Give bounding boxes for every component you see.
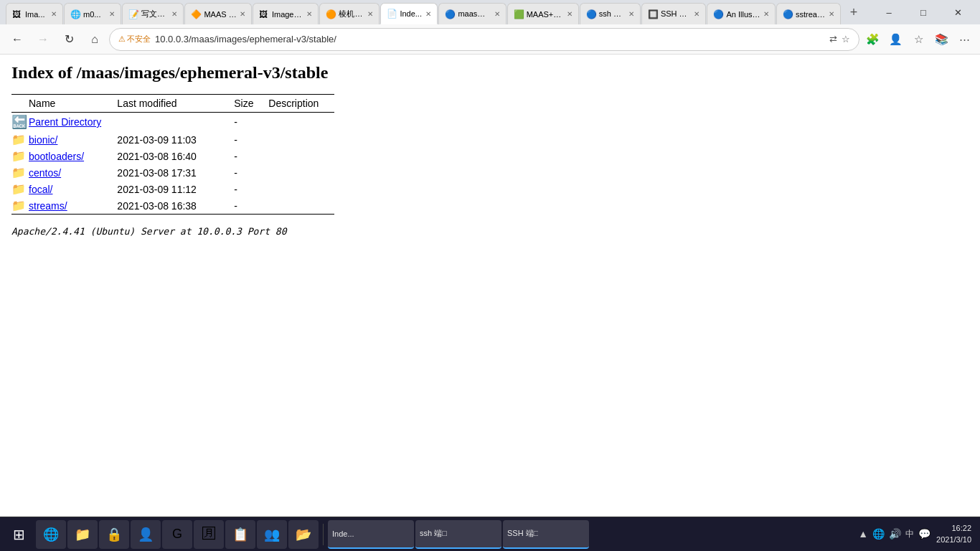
tab-favicon: 🔶 [191, 9, 201, 19]
modified-sort-link[interactable]: Last modified [117, 98, 176, 109]
table-row: 📁 centos/ 2021-03-08 17:31 - [11, 164, 334, 181]
browser-tab-t4[interactable]: 🔶MAAS |...✕ [184, 3, 251, 24]
table-row: 📁 bootloaders/ 2021-03-08 16:40 - [11, 148, 334, 164]
forward-button[interactable]: → [32, 28, 55, 51]
taskbar-running-tab[interactable]: Inde... [328, 520, 414, 549]
browser-tab-t8[interactable]: 🔵maas本...✕ [438, 3, 506, 24]
minimize-button[interactable]: – [872, 0, 905, 24]
tab-favicon: 🖼 [259, 9, 269, 19]
tab-close-icon[interactable]: ✕ [109, 10, 115, 18]
tray-chat-icon[interactable]: 💬 [918, 528, 930, 540]
star-icon[interactable]: ☆ [842, 34, 850, 44]
taskbar-separator [323, 524, 324, 545]
tab-close-icon[interactable]: ✕ [829, 10, 834, 18]
directory-table: Name Last modified Size Description 🔙 P [11, 94, 334, 217]
tab-close-icon[interactable]: ✕ [567, 10, 573, 18]
tab-favicon: 🌐 [70, 9, 80, 19]
row-size-cell: - [234, 197, 268, 215]
tab-close-icon[interactable]: ✕ [240, 10, 245, 18]
taskbar-app-app7[interactable]: 📋 [225, 520, 255, 549]
tab-close-icon[interactable]: ✕ [494, 10, 500, 18]
browser-tab-t1[interactable]: 🖼Ima...✕ [6, 3, 63, 24]
tab-favicon: 🔵 [783, 9, 793, 19]
start-button[interactable]: ⊞ [3, 520, 34, 549]
back-button[interactable]: ← [6, 28, 29, 51]
dir-entry-link[interactable]: Parent Directory [29, 116, 101, 128]
running-tab-label: SSH 端□ [507, 528, 538, 539]
extensions-button[interactable]: 🧩 [862, 29, 882, 50]
tab-label: 棱机云- [339, 9, 364, 19]
taskbar-app-gsearch[interactable]: G [162, 520, 192, 549]
tray-expand-icon[interactable]: ▲ [858, 528, 868, 540]
taskbar-app-edge[interactable]: 🌐 [36, 520, 66, 549]
dir-entry-link[interactable]: focal/ [29, 184, 52, 195]
taskbar-running-tab[interactable]: SSH 端□ [503, 520, 589, 549]
taskbar-running-tab[interactable]: ssh 端□ [415, 520, 501, 549]
dir-entry-link[interactable]: streams/ [29, 200, 67, 212]
refresh-button[interactable]: ↻ [57, 28, 80, 51]
row-name-cell: streams/ [29, 197, 117, 215]
tab-close-icon[interactable]: ✕ [171, 10, 177, 18]
title-bar: 🖼Ima...✕🌐m0...✕📝写文章«✕🔶MAAS |...✕🖼Images.… [0, 0, 980, 24]
taskbar-app-filezilla[interactable]: 📂 [288, 520, 319, 549]
tab-close-icon[interactable]: ✕ [51, 10, 57, 18]
browser-tab-t7[interactable]: 📄Inde...✕ [380, 3, 438, 24]
tray-input-icon[interactable]: 中 [905, 528, 914, 540]
browser-tab-t3[interactable]: 📝写文章«✕ [122, 3, 184, 24]
taskbar-app-app4[interactable]: 👤 [131, 520, 161, 549]
tab-close-icon[interactable]: ✕ [306, 10, 312, 18]
dir-entry-link[interactable]: bootloaders/ [29, 151, 84, 162]
taskbar-app-store[interactable]: 🔒 [99, 520, 129, 549]
row-desc-cell [268, 131, 334, 148]
tab-favicon: 📄 [387, 9, 397, 19]
row-icon-cell: 📁 [11, 181, 29, 197]
profile-button[interactable]: 👤 [885, 29, 905, 50]
tab-favicon: 🟩 [514, 9, 524, 19]
browser-tab-t11[interactable]: 🔲SSH 端□✕ [641, 3, 707, 24]
browser-tab-t6[interactable]: 🟠棱机云-✕ [319, 3, 380, 24]
menu-button[interactable]: ⋯ [954, 29, 974, 50]
dir-entry-link[interactable]: centos/ [29, 167, 61, 179]
window-controls: – □ ✕ [872, 0, 974, 24]
row-name-cell: bionic/ [29, 131, 117, 148]
dir-entry-link[interactable]: bionic/ [29, 134, 57, 146]
size-sort-link[interactable]: Size [234, 98, 253, 109]
row-desc-cell [268, 164, 334, 181]
tab-label: 写文章« [141, 9, 169, 19]
tab-label: An Illust... [726, 10, 760, 19]
table-row: 📁 bionic/ 2021-03-09 11:03 - [11, 131, 334, 148]
collections-button[interactable]: 📚 [931, 29, 951, 50]
browser-tab-t12[interactable]: 🔵An Illust...✕ [707, 3, 776, 24]
folder-icon: 📁 [11, 133, 26, 146]
tray-volume-icon[interactable]: 🔊 [889, 528, 901, 540]
tab-favicon: 🖼 [12, 9, 22, 19]
translate-icon[interactable]: ⇄ [829, 34, 837, 44]
row-name-cell: centos/ [29, 164, 117, 181]
row-icon-cell: 🔙 [11, 113, 29, 132]
home-button[interactable]: ⌂ [83, 28, 106, 51]
tray-network-icon[interactable]: 🌐 [872, 528, 885, 540]
desc-sort-link[interactable]: Description [268, 98, 319, 109]
restore-button[interactable]: □ [907, 0, 940, 24]
taskbar-app-app8[interactable]: 👥 [257, 520, 287, 549]
favorites-button[interactable]: ☆ [908, 29, 928, 50]
clock-display[interactable]: 16:22 2021/3/10 [936, 523, 971, 545]
tab-favicon: 🔲 [648, 9, 658, 19]
address-input[interactable] [155, 34, 825, 44]
name-sort-link[interactable]: Name [29, 98, 55, 109]
tab-close-icon[interactable]: ✕ [628, 10, 634, 18]
close-button[interactable]: ✕ [941, 0, 974, 24]
browser-tab-t2[interactable]: 🌐m0...✕ [64, 3, 121, 24]
browser-tab-t5[interactable]: 🖼Images...✕ [253, 3, 319, 24]
browser-tab-t10[interactable]: 🔵ssh 端□✕ [580, 3, 641, 24]
new-tab-button[interactable]: + [844, 2, 864, 22]
folder-icon: 📁 [11, 166, 26, 179]
browser-tab-t13[interactable]: 🔵sstream-✕ [776, 3, 841, 24]
tab-close-icon[interactable]: ✕ [694, 10, 699, 18]
browser-tab-t9[interactable]: 🟩MAAS+u...✕ [507, 3, 579, 24]
taskbar-app-file-explorer[interactable]: 📁 [67, 520, 98, 549]
taskbar-app-app6[interactable]: 🈷 [194, 520, 224, 549]
tab-close-icon[interactable]: ✕ [425, 10, 431, 18]
tab-close-icon[interactable]: ✕ [763, 10, 769, 18]
tab-close-icon[interactable]: ✕ [367, 10, 373, 18]
